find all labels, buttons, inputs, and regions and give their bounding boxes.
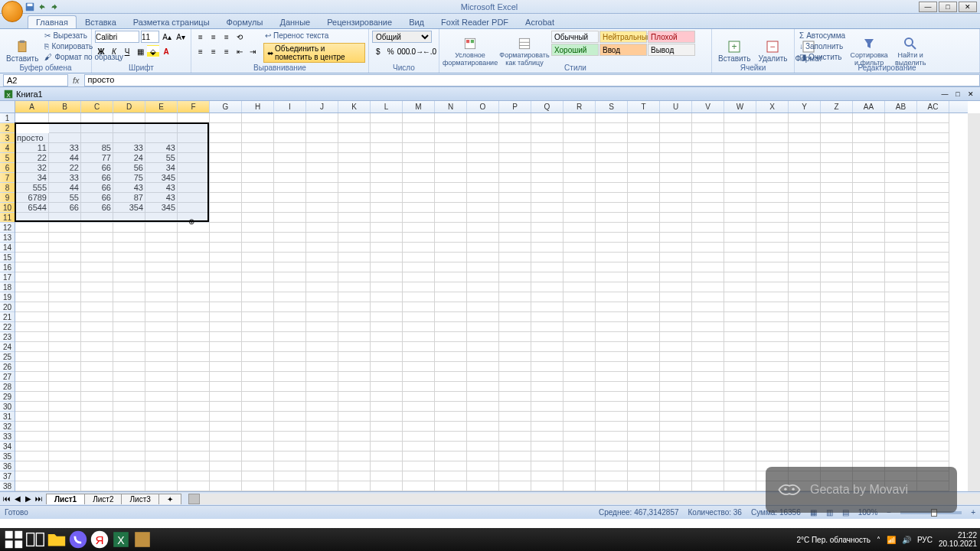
cell[interactable]	[917, 233, 949, 243]
cell[interactable]	[724, 253, 756, 262]
sheet-tab[interactable]: Лист3	[121, 494, 158, 504]
cell[interactable]: 22	[15, 153, 49, 163]
cell[interactable]	[789, 412, 821, 422]
col-header[interactable]: AA	[853, 101, 885, 112]
cell[interactable]	[242, 243, 274, 253]
cell[interactable]	[789, 253, 821, 262]
cell[interactable]	[435, 243, 467, 253]
cell[interactable]	[145, 322, 178, 332]
cell[interactable]	[499, 183, 531, 193]
cell[interactable]	[403, 312, 435, 322]
cell[interactable]	[789, 223, 821, 233]
cell[interactable]	[178, 312, 210, 322]
cell[interactable]	[113, 233, 145, 243]
cell[interactable]	[403, 392, 435, 402]
row-header[interactable]: 11	[0, 213, 15, 223]
cell[interactable]	[178, 481, 210, 491]
cell[interactable]	[49, 392, 81, 402]
col-header[interactable]: R	[564, 101, 596, 112]
cell[interactable]	[917, 332, 949, 342]
cell[interactable]	[853, 203, 885, 213]
cell[interactable]	[821, 322, 853, 332]
cell[interactable]	[49, 133, 81, 143]
row-header[interactable]: 35	[0, 452, 15, 461]
cell[interactable]	[724, 302, 756, 312]
cell[interactable]	[596, 253, 628, 262]
cell[interactable]	[821, 412, 853, 422]
cell[interactable]	[242, 183, 274, 193]
cell[interactable]	[499, 322, 531, 332]
cell[interactable]: 34	[145, 163, 178, 173]
cell[interactable]	[15, 362, 49, 372]
cell[interactable]	[338, 412, 371, 422]
cell[interactable]	[531, 193, 564, 203]
cell[interactable]	[403, 253, 435, 262]
cell[interactable]	[306, 253, 338, 262]
cell[interactable]	[692, 352, 724, 362]
cell[interactable]	[531, 262, 564, 272]
cell[interactable]	[885, 442, 917, 452]
cell[interactable]	[467, 432, 499, 442]
col-header[interactable]: M	[403, 101, 435, 112]
cell[interactable]	[242, 133, 274, 143]
cell[interactable]	[113, 213, 145, 223]
cell[interactable]	[178, 292, 210, 302]
cell[interactable]	[113, 243, 145, 253]
cell[interactable]	[628, 471, 660, 481]
cell[interactable]	[724, 133, 756, 143]
row-header[interactable]: 17	[0, 272, 15, 282]
cell[interactable]	[628, 253, 660, 262]
cell[interactable]	[81, 243, 113, 253]
row-header[interactable]: 30	[0, 402, 15, 412]
cell[interactable]	[178, 143, 210, 153]
cell[interactable]	[145, 422, 178, 432]
cell[interactable]	[15, 432, 49, 442]
cell[interactable]	[853, 272, 885, 282]
cell[interactable]	[499, 282, 531, 292]
cell[interactable]	[145, 352, 178, 362]
cell[interactable]	[692, 203, 724, 213]
cell[interactable]	[306, 332, 338, 342]
cell[interactable]	[692, 113, 724, 123]
row-header[interactable]: 23	[0, 332, 15, 342]
cell[interactable]	[113, 312, 145, 322]
cell[interactable]	[435, 272, 467, 282]
cell[interactable]	[178, 133, 210, 143]
cell[interactable]	[306, 302, 338, 312]
cell[interactable]	[821, 432, 853, 442]
cell[interactable]	[853, 452, 885, 461]
sheet-nav-prev[interactable]: ◀	[12, 494, 23, 504]
inc-decimal-icon[interactable]: .0→	[410, 45, 423, 57]
cell[interactable]	[145, 392, 178, 402]
cell[interactable]	[242, 322, 274, 332]
cell[interactable]	[371, 442, 403, 452]
viber-icon[interactable]	[67, 529, 89, 550]
cell[interactable]	[338, 452, 371, 461]
cell[interactable]	[15, 392, 49, 402]
cell[interactable]	[821, 133, 853, 143]
file-explorer-icon[interactable]	[46, 529, 67, 550]
row-header[interactable]: 13	[0, 233, 15, 243]
cell[interactable]: 43	[145, 183, 178, 193]
cell[interactable]	[467, 352, 499, 362]
cell[interactable]	[178, 402, 210, 412]
cell[interactable]	[435, 332, 467, 342]
cell[interactable]	[210, 422, 242, 432]
cell[interactable]: 33	[49, 143, 81, 153]
cell[interactable]	[81, 213, 113, 223]
cell[interactable]	[596, 233, 628, 243]
cell[interactable]	[49, 253, 81, 262]
cell[interactable]	[274, 203, 306, 213]
cell[interactable]	[917, 432, 949, 442]
cell[interactable]	[338, 193, 371, 203]
row-header[interactable]: 18	[0, 282, 15, 292]
cell[interactable]	[885, 452, 917, 461]
cell[interactable]	[467, 253, 499, 262]
cell[interactable]	[853, 392, 885, 402]
cell[interactable]	[467, 312, 499, 322]
cell[interactable]	[178, 262, 210, 272]
cell[interactable]	[628, 183, 660, 193]
cell[interactable]	[692, 461, 724, 471]
cell[interactable]	[435, 412, 467, 422]
cell[interactable]	[435, 461, 467, 471]
